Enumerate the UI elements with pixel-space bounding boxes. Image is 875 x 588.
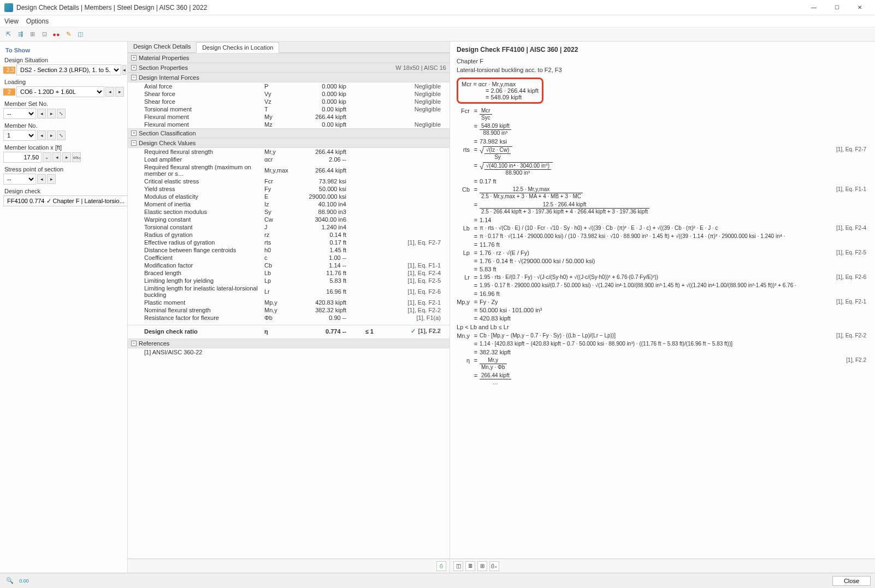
label-stress-point: Stress point of section [4,166,124,173]
label-member-no: Member No. [4,122,124,129]
next-mset[interactable]: ▸ [47,109,56,118]
toolbar-icon-2[interactable]: ⇶ [15,29,25,39]
label-loading: Loading [4,79,124,85]
rp-icon-3[interactable]: ⊞ [477,561,487,571]
dcv-row: Required flexural strengthMr,y266.44 kip… [128,148,450,156]
input-member-location[interactable] [3,152,42,163]
close-window-button[interactable]: ✕ [849,2,871,14]
dcv-row: Required flexural strength (maximum on m… [128,163,450,177]
dcv-row: Coefficientc1.00 -- [128,254,450,262]
rp-icon-2[interactable]: ≣ [465,561,475,571]
next-sp[interactable]: ▸ [47,174,56,184]
rp-chapter: Chapter F [457,58,868,64]
toolbar-icon-7[interactable]: ◫ [75,29,85,39]
dcv-row: Plastic momentMp,y420.83 kipft[1], Eq. F… [128,299,450,306]
force-row: Shear forceVz0.000 kipNegligible [128,98,450,105]
dcv-row: Elastic section modulusSy88.900 in3 [128,208,450,216]
title-bar: Design Check Details | Members | Steel D… [0,0,875,15]
select-loading[interactable]: CO6 - 1.20D + 1.60L [16,86,104,97]
close-button[interactable]: Close [832,576,871,586]
select-design-situation[interactable]: DS2 - Section 2.3 (LRFD), 1. to 5. [16,64,121,75]
label-design-situation: Design Situation [4,57,124,63]
dcv-row: Yield stressFy50.000 ksi [128,185,450,193]
prev-mno[interactable]: ◂ [37,130,46,140]
dcv-row: Critical elastic stressFcr73.982 ksi [128,177,450,185]
select-member-no[interactable]: 1 [3,130,36,141]
group-section-classification[interactable]: +Section Classification [128,128,450,138]
bottom-bar: 🔍 0.00 Close [0,573,875,588]
label-member-location: Member location x [ft] [4,144,124,151]
toolbar-icon-4[interactable]: ⊡ [39,29,49,39]
label-member-set: Member Set No. [4,100,124,107]
dcv-row: Distance between flange centroidsh01.45 … [128,246,450,254]
loc-x0-icon[interactable]: x/x₀ [72,152,81,162]
dcv-row: Resistance factor for flexureΦb0.90 --[1… [128,314,450,322]
dcv-row: Modification factorCb1.14 --[1], Eq. F1-… [128,262,450,269]
dcv-row: Limiting length for yieldingLp5.83 ft[1]… [128,277,450,284]
right-panel: Design Check FF4100 | AISC 360 | 2022 Ch… [450,41,875,573]
toolbar-icon-3[interactable]: ⊞ [27,29,37,39]
dcv-row: Torsional constantJ1.240 in4 [128,223,450,231]
label-design-check: Design check [4,188,124,194]
rp-title: Design Check FF4100 | AISC 360 | 2022 [457,46,868,54]
select-stress-point[interactable]: -- [3,174,36,185]
loc-dd[interactable]: ⌄ [43,152,51,162]
force-row: Flexural momentMz0.00 kipftNegligible [128,121,450,128]
dcv-row: Effective radius of gyrationrts0.17 ft[1… [128,239,450,246]
prev-sp[interactable]: ◂ [37,174,46,184]
group-section-props[interactable]: +Section PropertiesW 18x50 | AISC 16 [128,63,450,73]
menu-bar: View Options [0,15,875,27]
highlight-mcr: Mcr = αcr · Mr,y,max = 2.06 · 266.44 kip… [457,78,543,104]
tab-design-checks-location[interactable]: Design Checks in Location [196,42,279,53]
force-row: Axial forceP0.000 kipNegligible [128,82,450,90]
badge-load: 2 [3,88,15,96]
menu-options[interactable]: Options [26,17,49,25]
pick-mset-icon[interactable]: ⤡ [57,109,66,118]
precision-icon[interactable]: 0.00 [19,575,29,586]
inequality-lp-lb-lr: Lp < Lb and Lb ≤ Lr [457,324,868,330]
prev-load[interactable]: ◂ [105,87,114,97]
rp-icon-print[interactable]: ⎙▾ [489,561,499,571]
minimize-button[interactable]: — [803,2,825,14]
toolbar-icon-6[interactable]: ✎ [63,29,73,39]
dcv-row: Limiting length for inelastic lateral-to… [128,284,450,299]
next-load[interactable]: ▸ [115,87,124,97]
prev-loc[interactable]: ◂ [52,152,61,162]
force-row: Shear forceVy0.000 kipNegligible [128,90,450,98]
pick-mno-icon[interactable]: ⤡ [57,130,66,140]
select-design-check[interactable]: FF4100 0.774 ✓ Chapter F | Lateral-torsi… [3,195,128,206]
badge-ds: 2.3 [3,67,15,74]
group-material[interactable]: +Material Properties [128,53,450,63]
prev-ds[interactable]: ◂ [122,65,126,75]
window-title: Design Check Details | Members | Steel D… [16,4,207,11]
dcv-row: Nominal flexural strengthMn,y382.32 kipf… [128,306,450,314]
app-icon [4,3,13,12]
sidebar-title-toshow: To Show [5,47,124,54]
next-loc[interactable]: ▸ [62,152,71,162]
toolbar: ⇱ ⇶ ⊞ ⊡ ●● ✎ ◫ [0,27,875,41]
force-row: Torsional momentT0.00 kipftNegligible [128,105,450,113]
menu-view[interactable]: View [4,17,19,25]
group-design-check-values[interactable]: −Design Check Values [128,138,450,148]
dcv-row: Moment of inertiaIz40.100 in4 [128,200,450,208]
next-mno[interactable]: ▸ [47,130,56,140]
rp-icon-1[interactable]: ◫ [453,561,463,571]
toolbar-icon-1[interactable]: ⇱ [3,29,13,39]
rp-sub: Lateral-torsional buckling acc. to F2, F… [457,67,868,73]
maximize-button[interactable]: ☐ [826,2,848,14]
select-member-set[interactable]: -- [3,108,36,119]
toolbar-icon-5[interactable]: ●● [51,29,61,39]
center-panel: Design Check Details Design Checks in Lo… [128,41,450,573]
sidebar: To Show Design Situation 2.3 DS2 - Secti… [0,41,128,573]
dcv-row: Modulus of elasticityE29000.000 ksi [128,193,450,200]
group-references[interactable]: −References [128,338,450,348]
dcv-row: Braced lengthLb11.76 ft[1], Eq. F2-4 [128,269,450,277]
footer-icon-export[interactable]: ⎙ [436,561,446,571]
prev-mset[interactable]: ◂ [37,109,46,118]
force-row: Flexural momentMy266.44 kipft [128,113,450,121]
row-design-check-ratio: Design check ratio η 0.774 -- ≤ 1 [1], F… [128,325,450,335]
reference-1: [1] ANSI/AISC 360-22 [128,348,450,356]
group-internal-forces[interactable]: −Design Internal Forces [128,73,450,82]
search-icon[interactable]: 🔍 [4,575,15,586]
tab-design-check-details[interactable]: Design Check Details [128,41,196,52]
